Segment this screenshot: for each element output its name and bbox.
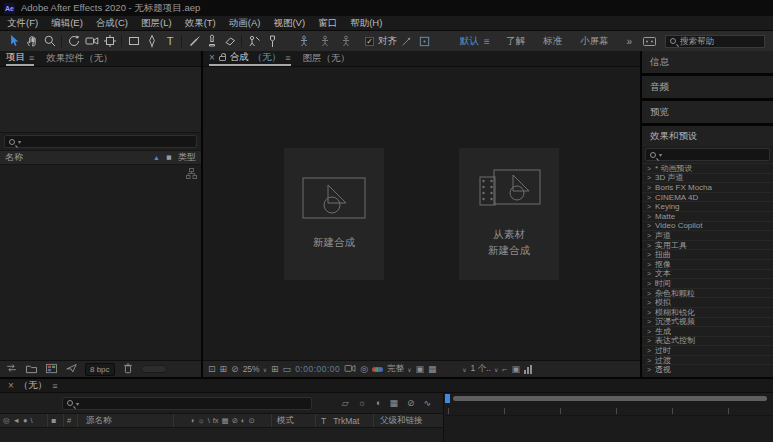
help-search-input[interactable] xyxy=(680,36,754,46)
effects-category-row[interactable]: > 时间 xyxy=(642,278,773,288)
panel-menu-icon[interactable]: ≡ xyxy=(52,381,57,391)
effects-category-row[interactable]: > 过时 xyxy=(642,345,773,355)
effects-category-row[interactable]: > Matte xyxy=(642,211,773,221)
timeline-tab-label[interactable]: （无） xyxy=(19,379,48,392)
help-search-field[interactable] xyxy=(665,35,765,48)
view-layout-dropdown[interactable]: 1 个.. ∨ xyxy=(471,363,499,375)
timeline-search-field[interactable]: ▾ xyxy=(62,397,312,410)
menu-item[interactable]: 视图(V) xyxy=(273,17,305,30)
view-axis-mode-icon[interactable] xyxy=(337,33,354,49)
panel-info[interactable]: 信息 xyxy=(642,51,773,73)
delete-trash-icon[interactable] xyxy=(122,362,134,376)
show-channel-icon[interactable] xyxy=(372,367,383,372)
region-icon[interactable]: ▣ xyxy=(416,365,425,374)
lock-column-icon[interactable]: \ xyxy=(31,417,33,425)
workspace-item[interactable]: 了解 xyxy=(506,35,525,48)
timeline-layer-area[interactable] xyxy=(0,428,443,442)
menu-item[interactable]: 效果(T) xyxy=(185,17,216,30)
transparency-grid-icon[interactable]: ▦ xyxy=(428,365,437,374)
new-composition-from-footage-card[interactable]: 从素材 新建合成 xyxy=(459,148,559,280)
3d-view-dropdown[interactable]: ∨ xyxy=(441,366,467,373)
column-type[interactable]: 类型 xyxy=(178,151,196,164)
effects-category-row[interactable]: > CINEMA 4D xyxy=(642,192,773,202)
tab-project[interactable]: 项目 ≡ xyxy=(6,51,34,66)
rotate-tool-icon[interactable] xyxy=(65,33,82,49)
effects-presets-header[interactable]: 效果和预设 xyxy=(642,126,773,146)
audio-icon[interactable]: ◄ xyxy=(13,417,20,425)
workspace-menu-icon[interactable]: ≡ xyxy=(484,36,490,47)
effects-category-row[interactable]: > Boris FX Mocha xyxy=(642,182,773,192)
workspace-overflow-icon[interactable]: » xyxy=(626,36,632,47)
menu-item[interactable]: 动画(A) xyxy=(229,17,261,30)
panel-audio[interactable]: 音频 xyxy=(642,76,773,98)
comp-mini-flowchart-icon[interactable]: ▱ xyxy=(342,399,349,408)
source-name-column[interactable]: 源名称 xyxy=(78,414,174,427)
effects-category-row[interactable]: > 抠像 xyxy=(642,259,773,269)
resolution-dropdown[interactable]: 完整 ∨ xyxy=(387,363,411,375)
rectangle-tool-icon[interactable] xyxy=(125,33,142,49)
world-axis-mode-icon[interactable] xyxy=(316,33,333,49)
interpret-footage-icon[interactable] xyxy=(5,362,18,376)
monitor-icon[interactable]: ⊡ xyxy=(208,365,216,374)
current-timecode[interactable]: 0:00:00:00 xyxy=(295,364,340,374)
roto-brush-tool-icon[interactable] xyxy=(245,33,262,49)
lock-icon[interactable] xyxy=(219,56,226,61)
solo-icon[interactable]: ● xyxy=(23,417,28,425)
menu-item[interactable]: 文件(F) xyxy=(7,17,38,30)
project-item-list[interactable] xyxy=(0,165,201,360)
exposure-histogram-icon[interactable] xyxy=(524,365,532,374)
project-search-field[interactable]: ▾ xyxy=(4,135,197,148)
horizontal-scrollbar[interactable] xyxy=(453,396,767,401)
selection-tool-icon[interactable] xyxy=(5,33,22,49)
pen-tool-icon[interactable] xyxy=(143,33,160,49)
snap-option-2-icon[interactable] xyxy=(416,33,433,49)
snap-checkbox[interactable]: ✓ xyxy=(365,37,374,46)
effects-category-row[interactable]: > Video Copilot xyxy=(642,221,773,231)
effects-category-row[interactable]: > 过渡 xyxy=(642,355,773,365)
fast-previews-icon[interactable]: ▣ xyxy=(512,365,521,374)
timeline-ruler[interactable] xyxy=(443,393,773,442)
workspace-item[interactable]: 小屏幕 xyxy=(580,35,609,48)
workspace-active[interactable]: 默认 xyxy=(460,35,479,48)
effects-category-row[interactable]: > 透视 xyxy=(642,364,773,374)
grid-options-icon[interactable]: ⊞ xyxy=(220,365,228,374)
mask-visibility-icon[interactable]: ⊘ xyxy=(231,365,239,374)
eraser-tool-icon[interactable] xyxy=(221,33,238,49)
effects-category-row[interactable]: > 扭曲 xyxy=(642,249,773,259)
region-of-interest-icon[interactable]: ▭ xyxy=(283,365,292,374)
menu-item[interactable]: 帮助(H) xyxy=(350,17,382,30)
effects-category-row[interactable]: > Keying xyxy=(642,201,773,211)
effects-category-row[interactable]: > 生成 xyxy=(642,326,773,336)
zoom-tool-icon[interactable] xyxy=(41,33,58,49)
effects-category-row[interactable]: > 3D 声道 xyxy=(642,173,773,183)
effects-category-row[interactable]: > 杂色和颗粒 xyxy=(642,288,773,298)
brush-tool-icon[interactable] xyxy=(185,33,202,49)
menu-item[interactable]: 窗口 xyxy=(318,17,337,30)
clone-stamp-tool-icon[interactable] xyxy=(203,33,220,49)
menu-item[interactable]: 编辑(E) xyxy=(51,17,83,30)
type-tool-icon[interactable]: T xyxy=(161,33,178,49)
new-composition-icon[interactable] xyxy=(45,363,58,376)
effects-category-row[interactable]: > 实用工具 xyxy=(642,240,773,250)
menu-item[interactable]: 图层(L) xyxy=(141,17,172,30)
hand-tool-icon[interactable] xyxy=(23,33,40,49)
snapshot-camera-icon[interactable] xyxy=(344,363,356,375)
project-flowchart-icon[interactable] xyxy=(186,168,197,181)
pan-behind-tool-icon[interactable] xyxy=(101,33,118,49)
effects-category-row[interactable]: > 沉浸式视频 xyxy=(642,317,773,327)
tab-layer[interactable]: 图层（无） xyxy=(303,51,351,66)
color-depth-button[interactable]: 8 bpc xyxy=(85,363,115,376)
new-folder-icon[interactable] xyxy=(25,363,38,376)
frame-blending-icon[interactable]: ▦ xyxy=(389,399,398,408)
snap-option-1-icon[interactable] xyxy=(398,33,415,49)
panel-menu-icon[interactable]: ≡ xyxy=(285,53,290,63)
effects-category-row[interactable]: > 声道 xyxy=(642,230,773,240)
effects-category-row[interactable]: > 模糊和锐化 xyxy=(642,307,773,317)
graph-editor-icon[interactable]: ∿ xyxy=(423,399,431,408)
close-icon[interactable]: × xyxy=(209,52,215,63)
draft-3d-icon[interactable]: ☼ xyxy=(358,399,366,408)
hide-shy-layers-icon[interactable]: ◖ xyxy=(375,399,380,408)
show-snapshot-icon[interactable]: ◎ xyxy=(360,365,368,374)
puppet-pin-tool-icon[interactable] xyxy=(263,33,280,49)
panel-menu-icon[interactable]: ≡ xyxy=(29,53,34,63)
